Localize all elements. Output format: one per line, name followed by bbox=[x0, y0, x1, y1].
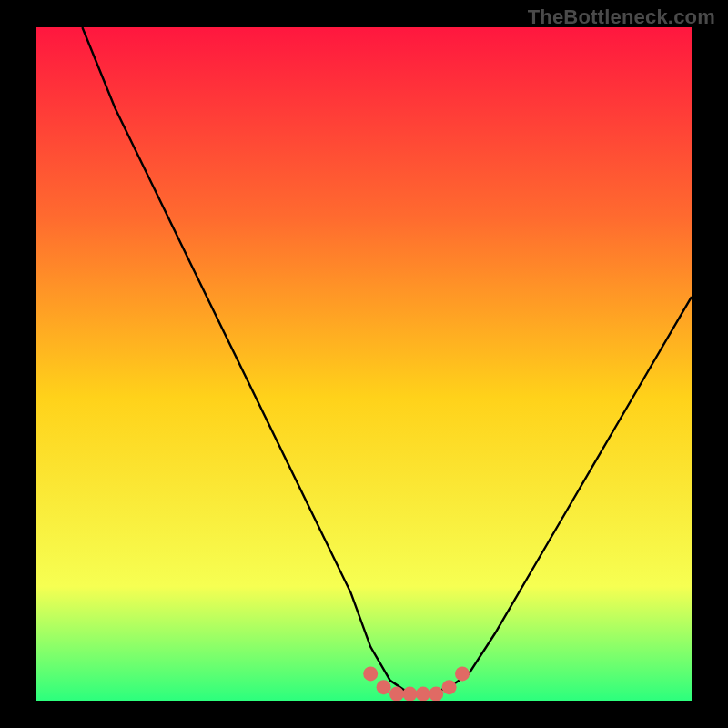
optimal-marker bbox=[377, 680, 391, 694]
optimal-marker bbox=[402, 687, 417, 701]
optimal-marker bbox=[429, 687, 443, 701]
optimal-marker bbox=[455, 666, 470, 681]
watermark-text: TheBottleneck.com bbox=[528, 5, 715, 29]
bottleneck-chart bbox=[36, 27, 692, 701]
optimal-marker bbox=[389, 687, 404, 701]
optimal-marker bbox=[416, 687, 430, 701]
optimal-marker bbox=[442, 680, 457, 694]
optimal-marker bbox=[363, 666, 378, 681]
chart-svg bbox=[36, 27, 692, 701]
chart-frame: TheBottleneck.com bbox=[0, 0, 728, 728]
gradient-background bbox=[36, 27, 692, 701]
